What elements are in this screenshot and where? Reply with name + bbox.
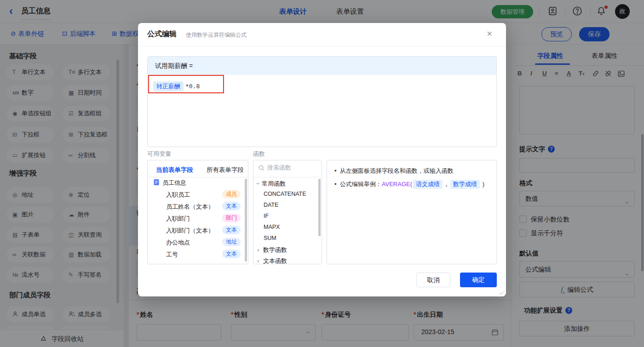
field-chip[interactable]: 转正薪酬 xyxy=(153,81,184,91)
search-icon xyxy=(258,165,265,173)
functions-label: 函数 xyxy=(253,150,265,158)
function-item[interactable]: IF xyxy=(264,213,269,219)
form-doc-icon xyxy=(153,179,160,187)
tips-panel: • 从左侧面板选择字段名和函数，或输入函数 • 公式编辑举例：AVERAGE(语… xyxy=(327,160,497,264)
modal-subtitle: 使用数学运算符编辑公式 xyxy=(186,31,247,39)
function-item[interactable]: DATE xyxy=(264,202,278,208)
function-group-text[interactable]: ›文本函数 xyxy=(257,257,322,264)
functions-panel: ›常用函数 CONCATENATE DATE IF MAPX SUM ›数学函数… xyxy=(253,160,322,264)
variable-row[interactable]: 入职部门（文本）文本 xyxy=(148,225,248,236)
variable-row[interactable]: 员工姓名（文本）文本 xyxy=(148,201,248,212)
formula-editor-modal: 公式编辑 使用数学运算符编辑公式 × 试用期薪酬 = 转正薪酬*0.8 可用变量… xyxy=(138,23,506,296)
function-search-input[interactable] xyxy=(267,164,313,171)
function-group-math[interactable]: ›数学函数 xyxy=(257,246,322,254)
function-group-common[interactable]: ›常用函数 xyxy=(257,180,322,188)
variable-row[interactable]: 工号文本 xyxy=(148,249,248,260)
close-icon[interactable]: × xyxy=(487,28,492,39)
tab-all-form-fields[interactable]: 所有表单字段 xyxy=(207,166,244,174)
variable-row[interactable]: 入职部门部门 xyxy=(148,213,248,224)
formula-target: 试用期薪酬 = xyxy=(148,57,496,75)
variables-panel: 当前表单字段 所有表单字段 员工信息 入职员工成员 员工姓名（文本）文本 入职部… xyxy=(147,160,248,264)
chevron-icon: › xyxy=(257,246,263,253)
type-badge: 文本 xyxy=(222,250,241,258)
tip-line-1: • 从左侧面板选择字段名和函数，或输入函数 xyxy=(334,167,454,175)
formula-expression[interactable]: *0.8 xyxy=(185,83,200,90)
type-badge: 文本 xyxy=(222,202,241,210)
type-badge: 部门 xyxy=(222,214,241,222)
modal-title: 公式编辑 xyxy=(147,29,177,39)
chevron-icon: › xyxy=(255,182,262,184)
example-chip: 数学成绩 xyxy=(450,180,480,189)
tab-current-form-fields[interactable]: 当前表单字段 xyxy=(156,166,193,174)
confirm-button[interactable]: 确定 xyxy=(460,273,497,287)
functions-scrollbar[interactable] xyxy=(318,179,321,236)
chevron-icon: › xyxy=(257,257,263,264)
cancel-button[interactable]: 取消 xyxy=(416,273,450,287)
type-badge: 成员 xyxy=(222,190,241,199)
resize-handle[interactable] xyxy=(499,291,505,294)
variable-row[interactable]: 入职员工成员 xyxy=(148,189,248,200)
function-item[interactable]: CONCATENATE xyxy=(264,191,306,197)
type-badge: 地址 xyxy=(222,238,241,246)
variables-label: 可用变量 xyxy=(147,150,171,158)
tip-line-2: • 公式编辑举例：AVERAGE(语文成绩，数学成绩 ) xyxy=(334,180,484,189)
variable-row[interactable]: 办公地点地址 xyxy=(148,237,248,248)
variables-scrollbar[interactable] xyxy=(245,179,247,262)
variable-group-row[interactable]: 员工信息 xyxy=(148,177,248,188)
type-badge: 文本 xyxy=(222,226,241,234)
function-item[interactable]: SUM xyxy=(264,235,276,241)
formula-editor-area[interactable]: 试用期薪酬 = 转正薪酬*0.8 xyxy=(147,56,497,147)
divider xyxy=(253,177,322,177)
function-item[interactable]: MAPX xyxy=(264,224,280,230)
example-chip: 语文成绩 xyxy=(413,180,443,189)
divider xyxy=(138,46,506,46)
